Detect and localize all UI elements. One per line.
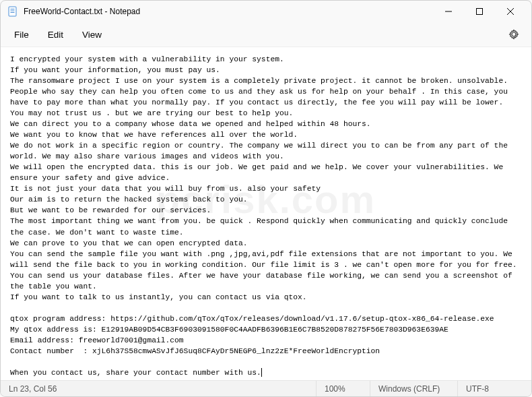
text-caret	[261, 368, 262, 377]
maximize-button[interactable]	[464, 1, 495, 22]
window-title: FreeWorld-Contact.txt - Notepad	[24, 7, 140, 16]
svg-rect-0	[9, 7, 16, 16]
gear-icon	[508, 29, 519, 40]
statusbar: Ln 23, Col 56 100% Windows (CRLF) UTF-8	[1, 380, 531, 396]
menu-view[interactable]: View	[74, 26, 110, 44]
document-text: I encrypted your system with a vulnerabi…	[10, 55, 517, 377]
minimize-button[interactable]	[433, 1, 464, 22]
line-ending: Windows (CRLF)	[370, 381, 457, 396]
svg-rect-5	[477, 9, 483, 15]
notepad-icon	[7, 6, 18, 17]
titlebar: FreeWorld-Contact.txt - Notepad	[1, 1, 531, 22]
cursor-position: Ln 23, Col 56	[1, 381, 65, 396]
menubar: File Edit View	[1, 22, 531, 47]
menu-edit[interactable]: Edit	[40, 26, 71, 44]
zoom-level[interactable]: 100%	[316, 381, 370, 396]
settings-button[interactable]	[502, 22, 526, 47]
text-editor-area[interactable]: I encrypted your system with a vulnerabi…	[1, 47, 531, 380]
close-button[interactable]	[495, 1, 526, 22]
encoding: UTF-8	[457, 381, 531, 396]
menu-file[interactable]: File	[6, 26, 37, 44]
